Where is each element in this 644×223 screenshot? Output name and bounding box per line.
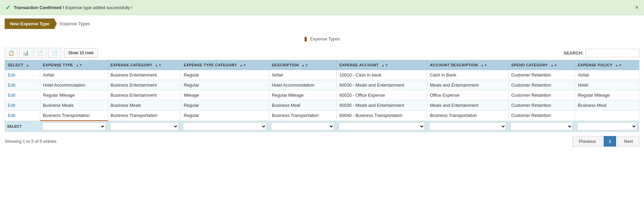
excel-button[interactable]: 📊	[19, 48, 32, 58]
show-rows-button[interactable]: Show 10 rows	[64, 48, 98, 58]
page-title: Expense Types	[310, 36, 340, 41]
spend-category-cell: Customer Retaintion	[508, 110, 575, 121]
description-cell: Hotel Accommodation	[269, 80, 337, 90]
expense-policy-cell: Hotel	[575, 80, 639, 90]
expense-account-cell: 60040 - Business Transportation	[337, 110, 427, 121]
expense-policy-cell: Regular Mileage	[575, 90, 639, 100]
banner-text: Transaction Confirmed ! Expense type add…	[14, 5, 132, 10]
filter-select-0[interactable]	[42, 122, 106, 130]
edit-link[interactable]: Edit	[8, 93, 15, 98]
filter-select-6[interactable]	[510, 122, 573, 130]
expense-category-cell: Business Entertainment	[108, 80, 181, 90]
description-cell: Business Transportation	[269, 110, 337, 121]
success-icon: ✔	[5, 3, 11, 11]
breadcrumb-current-page: Expense Types	[60, 21, 90, 26]
sort-arrow-account-description: ▲▼	[481, 63, 488, 67]
edit-cell: Edit	[5, 110, 40, 121]
expense-type-cell: Business Meals	[40, 100, 108, 110]
col-expense-type-category: EXPENSE TYPE CATEGORY ▲▼	[181, 60, 269, 70]
copy-button[interactable]: 📋	[5, 48, 18, 58]
expense-policy-cell: Business Meal	[575, 100, 639, 110]
previous-button[interactable]: Previous	[572, 136, 602, 147]
expense-account-cell: 60030 - Meals and Entertainment	[337, 80, 427, 90]
col-expense-type: EXPENSE TYPE ▲▼	[40, 60, 108, 70]
filter-select-4[interactable]	[339, 122, 425, 130]
expense-category-cell: Business Entertainment	[108, 90, 181, 100]
expense-type-cell: Business Transportation	[40, 110, 108, 121]
banner-message: ✔ Transaction Confirmed ! Expense type a…	[5, 3, 132, 11]
table-row: EditBusiness TransportationBusiness Tran…	[5, 110, 639, 121]
csv-button[interactable]: 📄	[34, 48, 47, 58]
account-description-cell: Meals and Entertainment	[427, 100, 508, 110]
breadcrumb: New Expense Type Expense Types	[0, 15, 644, 32]
table-wrapper: SELECT ▲ EXPENSE TYPE ▲▼ EXPENSE CATEGOR…	[0, 60, 644, 132]
spend-category-cell: Customer Retaintion	[508, 90, 575, 100]
filter-cell-3	[269, 121, 337, 132]
spend-category-cell: Customer Retaintion	[508, 70, 575, 80]
filter-select-7[interactable]	[577, 122, 637, 130]
col-description: DESCRIPTION ▲▼	[269, 60, 337, 70]
expense-policy-cell	[575, 110, 639, 121]
filter-cell-0	[40, 121, 108, 132]
table-row: EditBusiness MealsBusiness MealsRegularB…	[5, 100, 639, 110]
sort-arrow-select: ▲	[26, 63, 29, 67]
toolbar: 📋 📊 📄 📄 Show 10 rows SEARCH:	[0, 46, 644, 60]
spend-category-cell: Customer Retaintion	[508, 100, 575, 110]
table-header-row: SELECT ▲ EXPENSE TYPE ▲▼ EXPENSE CATEGOR…	[5, 60, 639, 70]
filter-cell-4	[337, 121, 427, 132]
new-expense-type-button[interactable]: New Expense Type	[5, 19, 57, 29]
expense-account-cell: 10010 - Cash In bank	[337, 70, 427, 80]
filter-select-5[interactable]	[429, 122, 506, 130]
expense-policy-cell: Airfair	[575, 70, 639, 80]
edit-cell: Edit	[5, 70, 40, 80]
pdf-button[interactable]: 📄	[48, 48, 61, 58]
expense-type-category-cell: Regular	[181, 70, 269, 80]
description-cell: Business Meal	[269, 100, 337, 110]
table-row: EditAirfairBusiness EntertainmentRegular…	[5, 70, 639, 80]
expense-category-cell: Business Entertainment	[108, 70, 181, 80]
page-1-button[interactable]: 1	[604, 136, 616, 147]
filter-select-label: SELECT	[5, 121, 40, 132]
banner-close-button[interactable]: ×	[635, 4, 639, 11]
expense-type-category-cell: Regular	[181, 80, 269, 90]
filter-cell-2	[181, 121, 269, 132]
edit-cell: Edit	[5, 100, 40, 110]
expense-category-cell: Business Meals	[108, 100, 181, 110]
filter-select-1[interactable]	[110, 122, 179, 130]
col-select: SELECT ▲	[5, 60, 40, 70]
edit-link[interactable]: Edit	[8, 103, 15, 108]
sort-arrow-spend-category: ▲▼	[551, 63, 558, 67]
sort-arrow-expense-policy: ▲▼	[615, 63, 622, 67]
edit-link[interactable]: Edit	[8, 72, 15, 77]
expense-type-cell: Regular Mileage	[40, 90, 108, 100]
filter-cell-5	[427, 121, 508, 132]
showing-text: Showing 1 to 5 of 5 entries	[5, 139, 56, 144]
banner-rest: Expense type added successfully !	[65, 5, 132, 10]
edit-link[interactable]: Edit	[8, 113, 15, 118]
sort-arrow-expense-type: ▲▼	[76, 63, 83, 67]
account-description-cell: Cash In Bank	[427, 70, 508, 80]
search-label: SEARCH:	[564, 51, 583, 56]
account-description-cell: Office Expense	[427, 90, 508, 100]
filter-select-2[interactable]	[183, 122, 267, 130]
search-input[interactable]	[585, 49, 639, 57]
col-spend-category: SPEND CATEGORY ▲▼	[508, 60, 575, 70]
description-cell: Regular Mileage	[269, 90, 337, 100]
table-row: EditHotel AccommodationBusiness Entertai…	[5, 80, 639, 90]
filter-select-3[interactable]	[271, 122, 334, 130]
edit-link[interactable]: Edit	[8, 83, 15, 88]
expense-types-icon: ▮	[304, 35, 307, 42]
col-account-description: ACCOUNT DESCRIPTION ▲▼	[427, 60, 508, 70]
expense-account-cell: 60020 - Office Expense	[337, 90, 427, 100]
expense-type-category-cell: Regular	[181, 100, 269, 110]
table-footer: Showing 1 to 5 of 5 entries Previous 1 N…	[0, 132, 644, 151]
sort-arrow-expense-type-category: ▲▼	[239, 63, 247, 67]
next-button[interactable]: Next	[617, 136, 639, 147]
banner-bold: Transaction Confirmed !	[14, 5, 64, 10]
account-description-cell: Business Transportation	[427, 110, 508, 121]
search-area: SEARCH:	[564, 49, 639, 57]
expense-type-category-cell: Regular	[181, 110, 269, 121]
filter-cell-7	[575, 121, 639, 132]
edit-cell: Edit	[5, 80, 40, 90]
expense-account-cell: 60030 - Meals and Entertainment	[337, 100, 427, 110]
